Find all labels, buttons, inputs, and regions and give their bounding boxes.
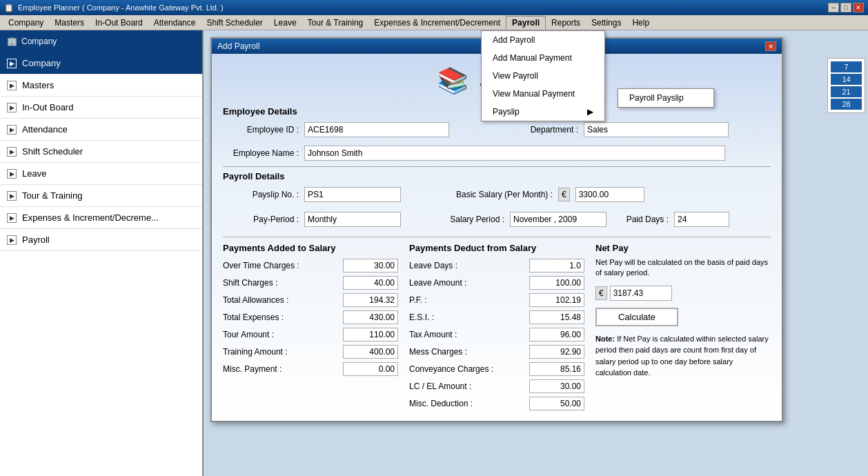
department-row: Department :: [502, 122, 771, 137]
salary-period-input[interactable]: [510, 212, 606, 227]
leave-days-input[interactable]: [529, 259, 584, 272]
employee-name-input[interactable]: [304, 146, 725, 161]
sidebar-item-tour[interactable]: ▶ Tour & Training: [0, 185, 202, 207]
misc-deduction-label: Misc. Deduction :: [409, 399, 473, 408]
sidebar-item-attendance[interactable]: ▶ Attendance: [0, 119, 202, 141]
tour-label: Tour Amount :: [223, 330, 274, 339]
pay-period-label: Pay-Period :: [223, 215, 299, 224]
sidebar-label-masters: Masters: [22, 80, 54, 90]
menu-reports[interactable]: Reports: [546, 17, 586, 29]
payslip-no-label: Payslip No. :: [223, 190, 299, 199]
sidebar-label-expenses: Expenses & Increment/Decreme...: [22, 212, 159, 223]
maximize-button[interactable]: □: [840, 3, 851, 12]
sidebar-label-attendance: Attendance: [22, 124, 68, 135]
tax-input[interactable]: [529, 328, 584, 341]
dropdown-view-payroll[interactable]: View Payroll: [482, 67, 604, 85]
calculate-button[interactable]: Calculate: [595, 308, 678, 326]
employee-id-input[interactable]: [304, 122, 449, 137]
payslip-no-row: Payslip No. :: [223, 187, 401, 202]
note-bold-label: Note:: [595, 335, 615, 343]
menu-expenses[interactable]: Expenses & Increment/Decrement: [368, 17, 506, 29]
sidebar-item-shift[interactable]: ▶ Shift Scheduler: [0, 141, 202, 163]
sidebar-item-company[interactable]: ▶ Company: [0, 52, 202, 75]
menu-tour[interactable]: Tour & Training: [302, 17, 369, 29]
close-button[interactable]: ✕: [853, 3, 864, 12]
menu-inout[interactable]: In-Out Board: [90, 17, 148, 29]
conveyance-input[interactable]: [529, 362, 584, 376]
dropdown-add-payroll[interactable]: Add Payroll: [482, 31, 604, 49]
payment-row-shift: Shift Charges :: [223, 276, 398, 290]
menu-shift[interactable]: Shift Scheduler: [201, 17, 268, 29]
tour-input[interactable]: [343, 328, 398, 341]
app-icon: 📋: [4, 3, 14, 12]
menu-help[interactable]: Help: [627, 17, 655, 29]
allowances-input[interactable]: [343, 293, 398, 307]
note-content: If Net Pay is calculated within selected…: [595, 335, 769, 377]
mess-label: Mess Charges :: [409, 347, 467, 357]
minimize-button[interactable]: –: [828, 3, 839, 12]
employee-id-row: Employee ID :: [223, 122, 491, 137]
payroll-details-row: Payslip No. : Basic Salary (Per Month) :…: [223, 187, 771, 206]
training-label: Training Amount :: [223, 347, 288, 357]
app-title: Employee Planner ( Company - Anawhite Ga…: [18, 3, 224, 12]
employee-details-form: Employee ID : Department :: [223, 122, 771, 141]
misc-deduction-input[interactable]: [529, 397, 584, 410]
pf-input[interactable]: [529, 293, 584, 307]
menu-leave[interactable]: Leave: [268, 17, 302, 29]
training-input[interactable]: [343, 345, 398, 359]
employee-id-label: Employee ID :: [223, 125, 299, 135]
payroll-details-header: Payroll Details: [223, 171, 771, 181]
menu-company[interactable]: Company: [3, 17, 49, 29]
submenu-payroll-payslip[interactable]: Payroll Payslip: [618, 89, 713, 107]
pay-period-input[interactable]: [304, 212, 401, 227]
payment-row-misc: Misc. Payment :: [223, 362, 398, 376]
payslip-no-input[interactable]: [304, 187, 401, 202]
employee-name-label: Employee Name :: [223, 148, 299, 158]
sidebar-item-expenses[interactable]: ▶ Expenses & Increment/Decreme...: [0, 207, 202, 229]
basic-salary-input[interactable]: [575, 187, 644, 202]
sidebar-item-inout[interactable]: ▶ In-Out Board: [0, 97, 202, 119]
leave-amount-input[interactable]: [529, 276, 584, 290]
menu-masters[interactable]: Masters: [49, 17, 90, 29]
sidebar-item-leave[interactable]: ▶ Leave: [0, 163, 202, 185]
sidebar-label-inout: In-Out Board: [22, 102, 73, 112]
department-input[interactable]: [584, 122, 729, 137]
dropdown-payslip[interactable]: Payslip ▶: [482, 103, 604, 121]
dialog-close-button[interactable]: ✕: [765, 41, 776, 51]
mess-input[interactable]: [529, 345, 584, 359]
esi-label: E.S.I. :: [409, 313, 434, 322]
dropdown-view-manual[interactable]: View Manual Payment: [482, 85, 604, 103]
conveyance-label: Conveyance Charges :: [409, 364, 493, 374]
sidebar-item-payroll[interactable]: ▶ Payroll: [0, 229, 202, 251]
menu-attendance[interactable]: Attendance: [148, 17, 201, 29]
menu-payroll[interactable]: Payroll: [506, 16, 546, 29]
esi-input[interactable]: [529, 310, 584, 324]
paid-days-input[interactable]: [674, 212, 729, 227]
expenses-input[interactable]: [343, 310, 398, 324]
misc-payment-input[interactable]: [343, 362, 398, 376]
deduct-row-misc: Misc. Deduction :: [409, 397, 584, 410]
shift-charges-input[interactable]: [343, 276, 398, 290]
dialog-title: Add Payroll: [217, 41, 259, 51]
sidebar-item-masters[interactable]: ▶ Masters: [0, 75, 202, 97]
divider-1: [223, 166, 771, 167]
sidebar-label-tour: Tour & Training: [22, 190, 82, 201]
divider-2: [223, 237, 771, 237]
title-bar: 📋 Employee Planner ( Company - Anawhite …: [0, 0, 868, 15]
payments-added-section: Payments Added to Salary Over Time Charg…: [223, 243, 398, 414]
dropdown-add-manual[interactable]: Add Manual Payment: [482, 49, 604, 67]
pf-label: P.F. :: [409, 295, 427, 305]
expand-icon-company: ▶: [7, 59, 17, 68]
expand-icon-masters: ▶: [7, 81, 17, 90]
payment-row-training: Training Amount :: [223, 345, 398, 359]
salary-period-label: Salary Period :: [442, 215, 504, 224]
deduct-row-mess: Mess Charges :: [409, 345, 584, 359]
net-pay-input[interactable]: [610, 286, 672, 301]
overtime-input[interactable]: [343, 259, 398, 272]
deduct-row-tax: Tax Amount :: [409, 328, 584, 341]
lc-input[interactable]: [529, 379, 584, 393]
expand-icon-leave: ▶: [7, 169, 17, 179]
menu-settings[interactable]: Settings: [586, 17, 627, 29]
basic-salary-row: Basic Salary (Per Month) : €: [442, 187, 644, 202]
deduct-row-pf: P.F. :: [409, 293, 584, 307]
